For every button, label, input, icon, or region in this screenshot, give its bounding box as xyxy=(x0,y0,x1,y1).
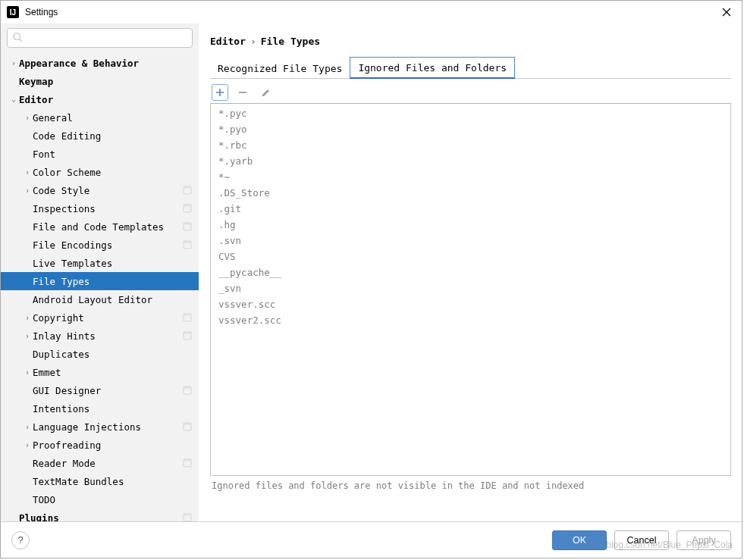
tree-item-todo[interactable]: ›TODO xyxy=(1,490,199,508)
svg-rect-15 xyxy=(184,386,191,389)
ignored-pattern-item[interactable]: vssver.scc xyxy=(211,296,730,312)
close-button[interactable] xyxy=(717,3,736,21)
ignored-pattern-item[interactable]: *.rbc xyxy=(211,137,730,153)
tree-item-font[interactable]: ›Font xyxy=(1,145,199,163)
tree-item-copyright[interactable]: ›Copyright xyxy=(1,308,199,327)
tree-item-appearance-behavior[interactable]: ›Appearance & Behavior xyxy=(1,54,199,72)
ignored-pattern-item[interactable]: CVS xyxy=(211,249,730,264)
tree-item-label: Keymap xyxy=(19,76,193,87)
edit-button[interactable] xyxy=(257,84,274,101)
svg-rect-3 xyxy=(184,186,191,189)
breadcrumb-root[interactable]: Editor xyxy=(210,36,246,47)
svg-rect-11 xyxy=(184,314,191,316)
remove-button[interactable] xyxy=(234,84,251,101)
ignored-pattern-item[interactable]: .git xyxy=(211,201,730,217)
tree-item-label: Live Templates xyxy=(33,258,193,269)
svg-rect-7 xyxy=(184,223,191,225)
scrollbar-thumb[interactable] xyxy=(192,52,198,461)
tree-item-file-and-code-templates[interactable]: ›File and Code Templates xyxy=(1,217,199,236)
tree-item-file-types[interactable]: ›File Types xyxy=(1,272,199,290)
search-icon xyxy=(12,32,23,45)
cancel-button[interactable]: Cancel xyxy=(614,530,669,550)
tree-item-label: File and Code Templates xyxy=(33,221,182,233)
tree-item-label: Code Editing xyxy=(33,130,193,142)
tree-item-label: Color Scheme xyxy=(33,167,193,178)
chevron-right-icon[interactable]: › xyxy=(8,59,19,67)
tree-item-label: Copyright xyxy=(33,312,182,324)
tree-item-live-templates[interactable]: ›Live Templates xyxy=(1,254,199,272)
search-input[interactable] xyxy=(26,32,187,45)
tree-item-android-layout-editor[interactable]: ›Android Layout Editor xyxy=(1,290,199,308)
project-scope-icon xyxy=(182,458,193,468)
tree-item-plugins[interactable]: ›Plugins xyxy=(1,508,199,521)
ignored-pattern-item[interactable]: .hg xyxy=(211,217,730,233)
tree-item-emmet[interactable]: ›Emmet xyxy=(1,363,199,381)
chevron-right-icon[interactable]: › xyxy=(22,423,33,431)
tree-item-label: Inlay Hints xyxy=(33,330,182,342)
ignored-pattern-item[interactable]: _svn xyxy=(211,280,730,296)
tree-item-code-editing[interactable]: ›Code Editing xyxy=(1,127,199,145)
tree-item-label: GUI Designer xyxy=(33,385,182,396)
help-button[interactable]: ? xyxy=(11,531,30,549)
chevron-right-icon[interactable]: › xyxy=(22,314,33,322)
tab-recognized-file-types[interactable]: Recognized File Types xyxy=(210,58,350,78)
tree-item-label: Code Style xyxy=(33,185,182,196)
ignored-pattern-item[interactable]: vssver2.scc xyxy=(211,312,730,328)
project-scope-icon xyxy=(182,330,193,341)
ignored-pattern-item[interactable]: .DS_Store xyxy=(211,185,730,201)
ignored-pattern-item[interactable]: *~ xyxy=(211,169,730,185)
dialog-footer: ? OK Cancel Apply xyxy=(1,521,742,558)
chevron-down-icon[interactable]: ⌄ xyxy=(8,95,19,103)
search-input-wrapper[interactable] xyxy=(7,28,193,48)
ignored-pattern-item[interactable]: *.yarb xyxy=(211,153,730,169)
settings-tree[interactable]: ›Appearance & Behavior›Keymap⌄Editor›Gen… xyxy=(1,52,199,521)
tree-item-label: Android Layout Editor xyxy=(33,294,193,305)
breadcrumb-separator: › xyxy=(250,36,256,47)
project-scope-icon xyxy=(182,312,193,323)
svg-rect-13 xyxy=(184,332,191,334)
tree-item-keymap[interactable]: ›Keymap xyxy=(1,72,199,90)
tree-item-label: Inspections xyxy=(33,203,182,214)
tree-item-label: Appearance & Behavior xyxy=(19,58,193,69)
chevron-right-icon[interactable]: › xyxy=(22,186,33,195)
apply-button[interactable]: Apply xyxy=(677,530,731,550)
ok-button[interactable]: OK xyxy=(552,530,607,550)
tree-item-reader-mode[interactable]: ›Reader Mode xyxy=(1,454,199,472)
chevron-right-icon[interactable]: › xyxy=(22,168,33,177)
tree-item-language-injections[interactable]: ›Language Injections xyxy=(1,418,199,436)
chevron-right-icon[interactable]: › xyxy=(22,441,33,449)
chevron-right-icon[interactable]: › xyxy=(22,332,33,340)
tree-item-code-style[interactable]: ›Code Style xyxy=(1,181,199,199)
tree-item-label: General xyxy=(33,112,193,124)
tree-item-duplicates[interactable]: ›Duplicates xyxy=(1,345,199,363)
ignored-pattern-item[interactable]: *.pyo xyxy=(211,121,730,137)
chevron-right-icon[interactable]: › xyxy=(22,368,33,377)
tree-item-intentions[interactable]: ›Intentions xyxy=(1,399,199,418)
tree-item-label: TODO xyxy=(33,494,193,505)
tab-ignored-files-and-folders[interactable]: Ignored Files and Folders xyxy=(350,57,515,79)
tree-item-label: File Encodings xyxy=(33,239,182,251)
ignored-pattern-item[interactable]: __pycache__ xyxy=(211,264,730,280)
window-title: Settings xyxy=(25,7,717,17)
tree-item-textmate-bundles[interactable]: ›TextMate Bundles xyxy=(1,472,199,490)
tree-item-label: Proofreading xyxy=(33,440,193,451)
tree-item-general[interactable]: ›General xyxy=(1,108,199,127)
tree-item-proofreading[interactable]: ›Proofreading xyxy=(1,436,199,454)
chevron-right-icon[interactable]: › xyxy=(22,114,33,122)
add-button[interactable] xyxy=(212,84,228,101)
project-scope-icon xyxy=(182,512,193,521)
ignored-patterns-list[interactable]: *.pyc*.pyo*.rbc*.yarb*~.DS_Store.git.hg.… xyxy=(210,103,731,476)
ignored-pattern-item[interactable]: .svn xyxy=(211,233,730,249)
tree-item-gui-designer[interactable]: ›GUI Designer xyxy=(1,381,199,399)
project-scope-icon xyxy=(182,239,193,250)
tree-item-inlay-hints[interactable]: ›Inlay Hints xyxy=(1,327,199,345)
tree-item-color-scheme[interactable]: ›Color Scheme xyxy=(1,163,199,181)
ignored-pattern-item[interactable]: *.pyc xyxy=(211,105,730,121)
app-icon: IJ xyxy=(7,6,19,18)
tree-item-editor[interactable]: ⌄Editor xyxy=(1,90,199,108)
settings-sidebar: ›Appearance & Behavior›Keymap⌄Editor›Gen… xyxy=(1,23,199,521)
tree-item-file-encodings[interactable]: ›File Encodings xyxy=(1,236,199,254)
breadcrumb: Editor › File Types xyxy=(210,30,731,52)
sidebar-scrollbar[interactable] xyxy=(192,52,198,507)
tree-item-inspections[interactable]: ›Inspections xyxy=(1,199,199,217)
